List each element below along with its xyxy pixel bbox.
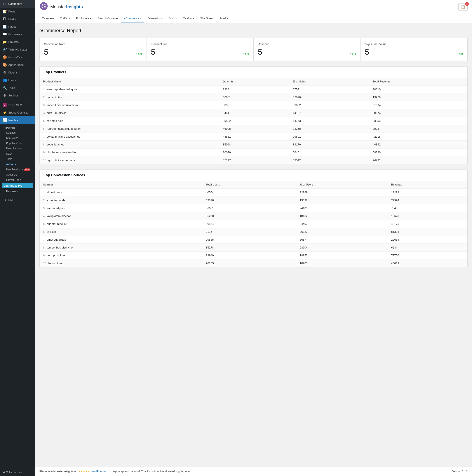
sidebar-item-thirstyaffiliates[interactable]: 🔗 ThirstyAffiliates bbox=[0, 46, 35, 53]
sidebar-item-label: Insights bbox=[8, 119, 18, 122]
table-row: 9.corrupti dolorem 83940 18853 72750 bbox=[40, 252, 467, 259]
sidebar-item-users[interactable]: 👥 Users bbox=[0, 76, 35, 84]
tab-searchconsole[interactable]: Search Console bbox=[95, 14, 120, 23]
tab-media[interactable]: Media bbox=[217, 14, 230, 23]
tab-sitespeed[interactable]: Site Speed bbox=[198, 14, 217, 23]
sidebar-item-insights[interactable]: 📊 Insights bbox=[0, 116, 35, 124]
sidebar-item-comments[interactable]: 💬 Comments bbox=[0, 30, 35, 38]
sidebar-item-label: Comments bbox=[8, 33, 22, 36]
col-total-users: Total Users bbox=[202, 181, 296, 188]
col-product-name: Product Name bbox=[40, 78, 219, 85]
collapse-menu-button[interactable]: ◀ Collapse menu bbox=[0, 469, 35, 476]
table-row: 2.quos hic illo 60681 32620 19960 bbox=[40, 93, 467, 101]
logo-icon bbox=[39, 2, 48, 12]
col-pct-users: % of Users bbox=[296, 181, 388, 188]
sidebar-item-cookieyes[interactable]: 🍪 CookieYes bbox=[0, 53, 35, 61]
stat-transactions: Transactions 5 6% bbox=[146, 38, 253, 61]
sidebar-item-appearance[interactable]: 🎨 Appearance bbox=[0, 61, 35, 69]
col-total-revenue: Total Revenue bbox=[369, 78, 467, 85]
stat-change: 6% bbox=[350, 52, 356, 55]
insights-icon: 📊 bbox=[3, 118, 7, 122]
sidebar-sub-seo[interactable]: SEO bbox=[0, 151, 35, 156]
sidebar-item-yoastseo[interactable]: Y Yoast SEO bbox=[0, 101, 35, 109]
notif-badge: 0 bbox=[465, 2, 469, 6]
tab-realtime[interactable]: Realtime bbox=[180, 14, 196, 23]
stats-row: Conversion Rate 5 6% Transactions 5 6% R… bbox=[39, 38, 468, 61]
sidebar-item-label: Media bbox=[8, 17, 16, 21]
page-title: eCommerce Report bbox=[39, 28, 468, 34]
sidebar-item-divi[interactable]: ⊙ Divi bbox=[0, 196, 35, 204]
sidebar-item-label: ThirstyAffiliates bbox=[8, 48, 28, 51]
sidebar-sub-growthtools[interactable]: Growth Tools bbox=[0, 177, 35, 183]
page-content: eCommerce Report Conversion Rate 5 6% Tr… bbox=[35, 23, 472, 467]
pages-icon: 📄 bbox=[3, 24, 7, 29]
table-row: 2.excepturi unde 53378 13038 77994 bbox=[40, 196, 467, 204]
sidebar-sub-popularposts[interactable]: Popular Posts bbox=[0, 141, 35, 146]
collapse-icon: ◀ bbox=[3, 471, 5, 474]
yoastseo-icon: Y bbox=[3, 103, 7, 107]
sidebar-sub-addons[interactable]: Addons bbox=[0, 162, 35, 167]
stat-label: Avg. Order Value bbox=[365, 42, 463, 46]
table-row: 10.harum iure 90205 10201 43019 bbox=[40, 259, 467, 267]
sidebar-sub-payments[interactable]: Payments bbox=[0, 189, 35, 194]
tab-traffic[interactable]: Traffic ▾ bbox=[57, 14, 72, 23]
tools-icon: 🔧 bbox=[3, 86, 7, 90]
sidebar-sub-userfeedback[interactable]: UserFeedbackNEW bbox=[0, 167, 35, 172]
stat-change: 6% bbox=[457, 52, 463, 55]
table-row: 5.quaerat repellat 90554 84407 42175 bbox=[40, 220, 467, 228]
col-sources: Sources bbox=[40, 181, 202, 188]
sidebar-item-media[interactable]: 🖼 Media bbox=[0, 15, 35, 23]
top-conversion-title: Top Conversion Sources bbox=[40, 170, 467, 181]
tab-dimensions[interactable]: Dimensions bbox=[145, 14, 165, 23]
svg-point-0 bbox=[40, 2, 48, 10]
sidebar-sub-tools[interactable]: Tools bbox=[0, 156, 35, 162]
sidebar-item-projects[interactable]: 📁 Projects bbox=[0, 38, 35, 46]
notification-button[interactable]: 📋 0 bbox=[458, 3, 468, 11]
cookieyes-icon: 🍪 bbox=[3, 55, 7, 59]
stat-label: Conversion Rate bbox=[44, 42, 142, 46]
table-row: 7.amet cupiditate 99835 3657 22684 bbox=[40, 236, 467, 244]
svg-point-4 bbox=[45, 6, 46, 7]
tab-forms[interactable]: Forms bbox=[166, 14, 179, 23]
tab-ecommerce[interactable]: eCommerce ▾ bbox=[121, 14, 144, 23]
users-icon: 👥 bbox=[3, 78, 7, 82]
wordpress-org-link[interactable]: WordPress.org bbox=[91, 470, 108, 473]
table-row: 1.aliquid quas 40504 32969 18289 bbox=[40, 188, 467, 196]
sidebar-item-label: Yoast SEO bbox=[8, 103, 22, 107]
table-row: 1.error reprehenderit quos 8334 6753 306… bbox=[40, 85, 467, 93]
logo-area: MonsterInsights bbox=[39, 2, 83, 12]
sidebar-item-plugins[interactable]: 🔌 Plugins bbox=[0, 69, 35, 76]
tab-publishers[interactable]: Publishers ▾ bbox=[73, 14, 94, 23]
sidebar-item-label: Settings bbox=[8, 94, 18, 97]
table-row: 9.dignissimos veniam illo 80070 56401 58… bbox=[40, 149, 467, 156]
upgrade-to-pro-button[interactable]: Upgrade to Pro bbox=[2, 183, 33, 188]
sidebar-sub-sitenotes[interactable]: Site Notes bbox=[0, 136, 35, 141]
sidebar-item-pages[interactable]: 📄 Pages bbox=[0, 23, 35, 30]
sidebar-sub-settings[interactable]: Settings bbox=[0, 130, 35, 136]
sidebar-sub-userjourney[interactable]: User Journey bbox=[0, 146, 35, 151]
table-row: 8.sequi id amet 35048 39179 40392 bbox=[40, 141, 467, 149]
sidebar-item-tools[interactable]: 🔧 Tools bbox=[0, 84, 35, 92]
table-row: 7.soluta maxime accusamus 48861 79801 42… bbox=[40, 133, 467, 141]
new-badge: NEW bbox=[24, 169, 30, 171]
sidebar-item-posts[interactable]: 📝 Posts bbox=[0, 8, 35, 15]
top-conversion-table: Sources Total Users % of Users Revenue 1… bbox=[40, 181, 467, 267]
dashboard-icon: ⊞ bbox=[3, 2, 7, 6]
col-revenue: Revenue bbox=[388, 181, 467, 188]
sidebar-item-label: Divi bbox=[8, 198, 13, 202]
divi-icon: ⊙ bbox=[3, 198, 7, 202]
table-row: 4.sunt iure officiis 3454 14157 58674 bbox=[40, 109, 467, 117]
stat-value: 5 bbox=[44, 48, 48, 57]
sidebar-sub-aboutus[interactable]: About Us bbox=[0, 172, 35, 177]
sidebar-item-speedoptimizer[interactable]: ⚡ Speed Optimizer bbox=[0, 109, 35, 116]
sidebar-item-dashboard[interactable]: ⊞ Dashboard bbox=[0, 0, 35, 8]
sidebar-item-label: Posts bbox=[8, 10, 16, 13]
table-row: 10.qui officiis aspernatur 35117 63512 2… bbox=[40, 156, 467, 164]
footer-text: Please rate MonsterInsights on ★★★★★ Wor… bbox=[39, 470, 190, 473]
projects-icon: 📁 bbox=[3, 40, 7, 44]
stat-value: 5 bbox=[365, 48, 369, 57]
tab-overview[interactable]: Overview bbox=[39, 14, 56, 23]
comments-icon: 💬 bbox=[3, 32, 7, 36]
sidebar-item-settings[interactable]: ⚙ Settings bbox=[0, 92, 35, 99]
plugins-icon: 🔌 bbox=[3, 70, 7, 75]
